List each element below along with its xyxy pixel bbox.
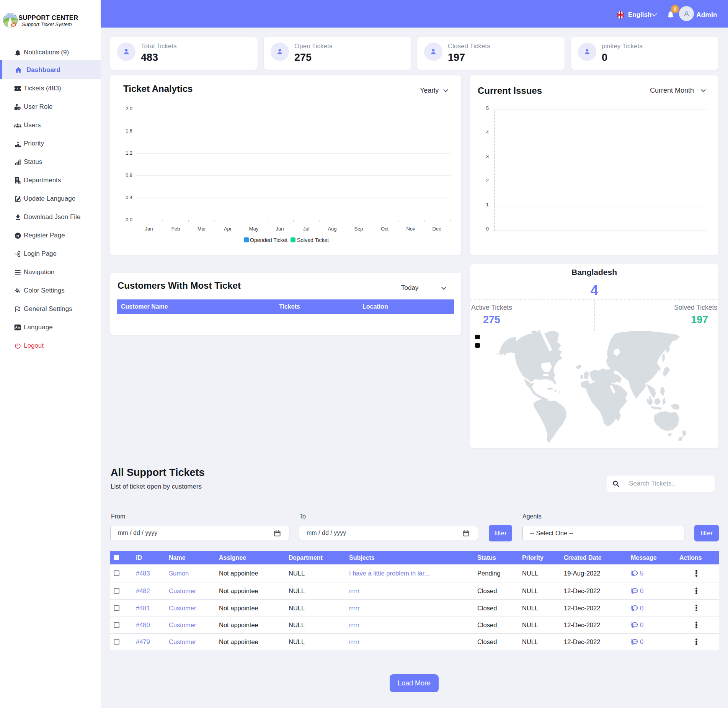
svg-text:文: 文 xyxy=(17,326,21,330)
svg-text:R: R xyxy=(16,234,19,238)
